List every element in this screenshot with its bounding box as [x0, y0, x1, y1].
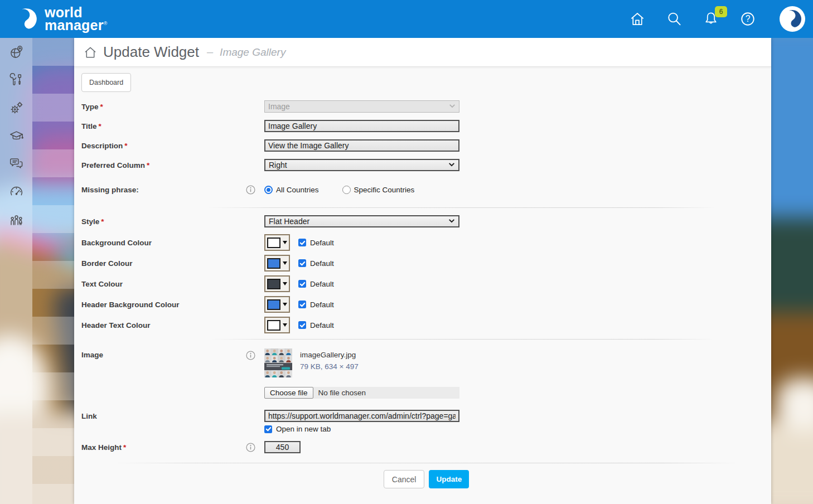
description-label: Description* — [81, 142, 246, 150]
form-row-image: Image — [81, 348, 771, 377]
sidebar-item-settings[interactable] — [0, 94, 32, 122]
worldmanager-logo-icon — [13, 6, 39, 32]
page-subtitle: Image Gallery — [220, 46, 285, 59]
page-titlebar: Update Widget – Image Gallery — [74, 38, 771, 67]
home-icon[interactable] — [629, 11, 646, 27]
open-new-tab-label: Open in new tab — [276, 425, 331, 433]
colour-swatch — [267, 258, 280, 269]
default-checkbox[interactable] — [298, 301, 306, 308]
form-row-type: Type* Image — [81, 100, 771, 113]
max-height-input[interactable] — [264, 441, 301, 453]
style-select[interactable]: Flat Header — [264, 215, 459, 227]
people-icon — [9, 212, 24, 227]
colour-swatch — [267, 299, 280, 310]
link-label: Link — [81, 412, 246, 420]
tools-icon — [9, 72, 24, 88]
sidebar-item-training[interactable] — [0, 122, 32, 149]
form-row-style: Style* Flat Header — [81, 215, 771, 227]
link-input[interactable] — [264, 410, 459, 422]
info-icon[interactable] — [246, 443, 255, 452]
type-select: Image — [264, 100, 459, 113]
background-colour-picker[interactable] — [264, 234, 290, 251]
image-meta-link[interactable]: 79 KB, 634 × 497 — [300, 362, 359, 371]
sidebar-item-performance[interactable] — [0, 177, 32, 205]
radio-all-countries[interactable]: All Countries — [264, 186, 319, 194]
default-label: Default — [310, 259, 334, 268]
required-mark: * — [123, 443, 126, 452]
brand-logo[interactable]: world manager® — [13, 6, 107, 32]
sidebar-item-communication[interactable] — [0, 149, 32, 177]
sidebar — [0, 38, 32, 504]
default-checkbox[interactable] — [298, 321, 306, 329]
missing-phrase-label: Missing phrase: — [81, 186, 246, 194]
form-row-text-colour: Text Colour Default — [81, 275, 771, 292]
help-icon[interactable]: ? — [739, 11, 756, 27]
gauge-icon — [9, 184, 24, 199]
form-row-description: Description* — [81, 139, 771, 152]
text-colour-picker[interactable] — [264, 275, 290, 292]
radio-icon — [264, 186, 273, 194]
sidebar-item-people[interactable] — [0, 205, 32, 233]
chevron-down-icon — [448, 217, 455, 226]
type-label: Type* — [81, 103, 246, 111]
default-checkbox[interactable] — [298, 239, 306, 246]
form-row-link: Link — [81, 410, 771, 422]
svg-text:?: ? — [746, 14, 751, 23]
bell-icon[interactable]: 6 — [703, 11, 719, 27]
required-mark: * — [124, 142, 127, 150]
caret-down-icon — [283, 282, 287, 285]
form-row-missing-phrase: Missing phrase: All Countries Specific C… — [81, 185, 771, 195]
graduation-cap-icon — [9, 128, 24, 143]
caret-down-icon — [283, 323, 287, 327]
info-icon[interactable] — [246, 185, 255, 195]
open-new-tab-checkbox[interactable] — [264, 425, 272, 433]
required-mark: * — [101, 217, 104, 226]
title-separator: – — [207, 46, 213, 59]
info-icon[interactable] — [246, 351, 255, 360]
form-row-choose-file: Choose file No file chosen — [81, 387, 771, 399]
sidebar-item-global[interactable] — [0, 38, 32, 66]
caret-down-icon — [283, 303, 287, 306]
form-row-open-new-tab: Open in new tab — [81, 425, 771, 433]
description-input[interactable] — [264, 139, 459, 152]
file-input: Choose file No file chosen — [264, 387, 459, 399]
chevron-down-icon — [448, 161, 455, 169]
form-row-background-colour: Background Colour Default — [81, 234, 771, 251]
form-row-max-height: Max Height* — [81, 441, 771, 453]
default-label: Default — [310, 301, 334, 309]
default-label: Default — [310, 239, 334, 247]
choose-file-button[interactable]: Choose file — [264, 387, 313, 399]
open-new-tab-option[interactable]: Open in new tab — [264, 425, 331, 433]
avatar[interactable] — [780, 6, 805, 32]
header-text-colour-picker[interactable] — [264, 317, 290, 333]
chat-bubbles-icon — [9, 156, 24, 171]
sidebar-item-tools[interactable] — [0, 66, 32, 94]
search-icon[interactable] — [666, 11, 683, 27]
header-background-colour-picker[interactable] — [264, 296, 290, 313]
title-input[interactable] — [264, 120, 459, 132]
border-colour-label: Border Colour — [81, 259, 246, 268]
form-row-header-text-colour: Header Text Colour Default — [81, 317, 771, 333]
page-title: Update Widget — [103, 43, 199, 61]
image-label: Image — [81, 348, 246, 359]
top-header-bar: world manager® 6 — [0, 0, 813, 38]
image-thumbnail[interactable] — [264, 348, 292, 377]
border-colour-picker[interactable] — [264, 255, 290, 272]
form-row-header-background-colour: Header Background Colour Default — [81, 296, 771, 313]
cancel-button[interactable]: Cancel — [384, 470, 425, 488]
preferred-column-select[interactable]: Right — [264, 159, 459, 171]
dashboard-button[interactable]: Dashboard — [81, 73, 131, 92]
text-colour-label: Text Colour — [81, 280, 246, 288]
radio-specific-countries[interactable]: Specific Countries — [342, 186, 415, 194]
section-divider — [208, 207, 715, 208]
required-mark: * — [100, 103, 103, 111]
update-button[interactable]: Update — [429, 470, 469, 488]
section-divider — [115, 463, 738, 463]
default-checkbox[interactable] — [298, 259, 306, 267]
style-label: Style* — [81, 217, 246, 226]
default-label: Default — [310, 280, 334, 288]
image-filename: imageGallery.jpg — [300, 351, 359, 359]
default-checkbox[interactable] — [298, 280, 306, 288]
brand-name: world manager® — [45, 6, 107, 32]
section-divider — [208, 339, 715, 340]
